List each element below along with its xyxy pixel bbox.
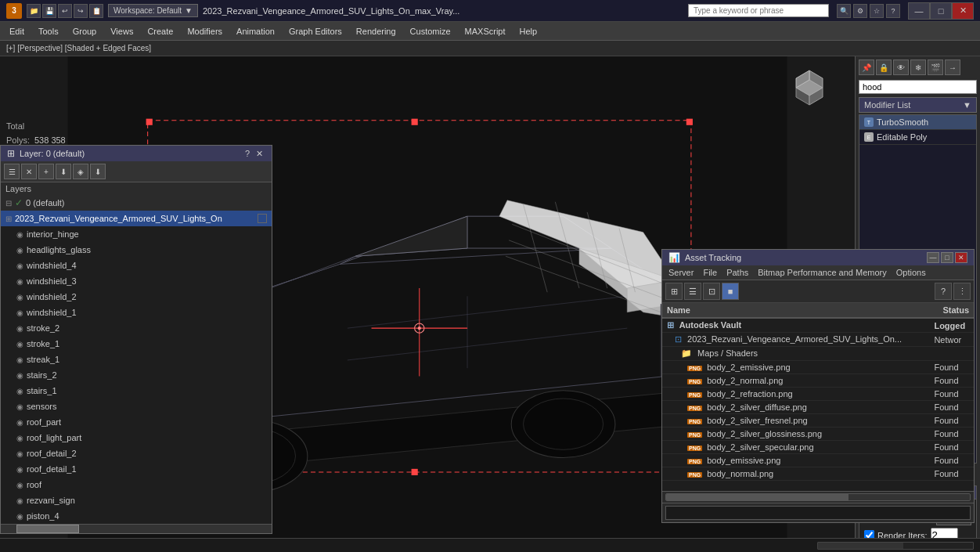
layer-item-interior-hinge[interactable]: ◉ interior_hinge bbox=[1, 226, 272, 242]
asset-panel-controls[interactable]: — □ ✕ bbox=[927, 252, 967, 263]
nav-icon-3[interactable]: ☆ bbox=[870, 4, 884, 18]
layer-item-windshield-3[interactable]: ◉ windshield_3 bbox=[1, 273, 272, 289]
render-icon[interactable]: 🎬 bbox=[928, 60, 943, 75]
asset-tb-more-btn[interactable]: ⋮ bbox=[953, 283, 971, 300]
layer-item-roof-light-part[interactable]: ◉ roof_light_part bbox=[1, 430, 272, 446]
asset-tb-list-icon[interactable]: ☰ bbox=[684, 283, 701, 300]
layer-horizontal-scrollbar[interactable] bbox=[1, 524, 272, 533]
asset-search-bar[interactable] bbox=[662, 503, 974, 522]
maximize-button[interactable]: □ bbox=[930, 2, 952, 20]
asset-row-body2-normal[interactable]: PNG body_2_normal.png Found bbox=[662, 374, 974, 388]
asset-menu-bitmap[interactable]: Bitmap Performance and Memory bbox=[758, 268, 886, 277]
layer-item-roof[interactable]: ◉ roof bbox=[1, 477, 272, 492]
asset-menu-options[interactable]: Options bbox=[896, 268, 926, 277]
asset-row-body2-silver-glossiness[interactable]: PNG body_2_silver_glossiness.png Found bbox=[662, 428, 974, 441]
window-controls[interactable]: — □ ✕ bbox=[908, 2, 974, 20]
copy-icon[interactable]: 📋 bbox=[89, 4, 103, 18]
modifier-list-header[interactable]: Modifier List ▼ bbox=[859, 97, 977, 113]
asset-toolbar[interactable]: ⊞ ☰ ⊡ ■ ? ⋮ bbox=[662, 280, 974, 303]
layer-item-sensors[interactable]: ◉ sensors bbox=[1, 399, 272, 414]
layer-highlight-icon[interactable]: ◈ bbox=[73, 164, 88, 179]
layer-item-stairs-1[interactable]: ◉ stairs_1 bbox=[1, 383, 272, 399]
layer-item-rezvani-sign[interactable]: ◉ rezvani_sign bbox=[1, 492, 272, 508]
layer-panel-titlebar[interactable]: ⊞ Layer: 0 (default) ? ✕ bbox=[1, 146, 272, 161]
layer-delete-icon[interactable]: ✕ bbox=[21, 164, 37, 179]
menu-views[interactable]: Views bbox=[104, 25, 139, 38]
motion-icon[interactable]: → bbox=[945, 60, 960, 75]
modifier-turbosmooth[interactable]: T TurboSmooth bbox=[859, 115, 976, 130]
menu-customize[interactable]: Customize bbox=[404, 25, 457, 38]
open-file-icon[interactable]: 📁 bbox=[27, 4, 41, 18]
asset-row-body2-silver-specular[interactable]: PNG body_2_silver_specular.png Found bbox=[662, 441, 974, 454]
asset-row-body-normal[interactable]: PNG body_normal.png Found bbox=[662, 467, 974, 481]
asset-row-maps-folder[interactable]: 📁 Maps / Shaders bbox=[662, 347, 974, 361]
menu-graph-editors[interactable]: Graph Editors bbox=[283, 25, 348, 38]
redo-icon[interactable]: ↪ bbox=[74, 4, 88, 18]
undo-icon[interactable]: ↩ bbox=[58, 4, 72, 18]
asset-row-body2-emissive[interactable]: PNG body_2_emissive.png Found bbox=[662, 361, 974, 374]
layer-item-headlights-glass[interactable]: ◉ headlights_glass bbox=[1, 242, 272, 258]
layer-item-main-file[interactable]: ⊞ 2023_Rezvani_Vengeance_Armored_SUV_Lig… bbox=[1, 211, 272, 226]
lock-icon[interactable]: 🔒 bbox=[876, 60, 892, 75]
menu-animation[interactable]: Animation bbox=[230, 25, 281, 38]
modifier-editable-poly[interactable]: E Editable Poly bbox=[859, 130, 976, 145]
asset-panel-maximize-btn[interactable]: □ bbox=[941, 252, 953, 263]
freeze-icon[interactable]: ❄ bbox=[910, 60, 926, 75]
layer-item-windshield-2[interactable]: ◉ windshield_2 bbox=[1, 289, 272, 305]
asset-list[interactable]: ⊞ Autodesk Vault Logged ⊡ 2023_Rezvani_V… bbox=[662, 319, 974, 491]
layer-item-streak-1[interactable]: ◉ streak_1 bbox=[1, 352, 272, 367]
asset-row-body-emissive[interactable]: PNG body_emissive.png Found bbox=[662, 454, 974, 467]
nav-icon-4[interactable]: ? bbox=[886, 4, 900, 18]
layer-add-icon[interactable]: + bbox=[38, 164, 54, 179]
layer-item-windshield-1[interactable]: ◉ windshield_1 bbox=[1, 305, 272, 320]
layer-item-stroke-1[interactable]: ◉ stroke_1 bbox=[1, 336, 272, 352]
menu-maxscript[interactable]: MAXScript bbox=[459, 25, 512, 38]
layer-list[interactable]: ⊟ ✓ 0 (default) ⊞ 2023_Rezvani_Vengeance… bbox=[1, 195, 272, 524]
asset-menu-bar[interactable]: Server File Paths Bitmap Performance and… bbox=[662, 265, 974, 280]
layer-scrollbar-thumb[interactable] bbox=[16, 525, 79, 533]
minimize-button[interactable]: — bbox=[908, 2, 930, 20]
asset-tb-grid-icon[interactable]: ⊞ bbox=[665, 283, 683, 300]
search-input[interactable] bbox=[688, 4, 829, 17]
layer-menu-icon[interactable]: ☰ bbox=[4, 164, 20, 179]
pin-icon[interactable]: 📌 bbox=[859, 60, 874, 75]
layer-panel-close-btn[interactable]: ✕ bbox=[254, 149, 265, 159]
modifier-panel-toolbar[interactable]: 📌 🔒 👁 ❄ 🎬 → bbox=[859, 60, 977, 75]
menu-create[interactable]: Create bbox=[141, 25, 179, 38]
object-name-input[interactable] bbox=[859, 80, 977, 94]
menu-help[interactable]: Help bbox=[513, 25, 544, 38]
nav-icon-1[interactable]: 🔍 bbox=[837, 4, 851, 18]
layer-move-obj-down-icon[interactable]: ⬇ bbox=[56, 164, 71, 179]
layer-panel-help-btn[interactable]: ? bbox=[243, 149, 252, 159]
display-icon[interactable]: 👁 bbox=[893, 60, 909, 75]
asset-search-input[interactable] bbox=[665, 506, 971, 520]
asset-row-main-file[interactable]: ⊡ 2023_Rezvani_Vengeance_Armored_SUV_Lig… bbox=[662, 333, 974, 347]
nav-icon-2[interactable]: ⚙ bbox=[853, 4, 867, 18]
title-toolbar-icons[interactable]: 📁 💾 ↩ ↪ 📋 bbox=[27, 4, 103, 18]
asset-tb-active-icon[interactable]: ■ bbox=[722, 283, 739, 300]
layer-move-down-icon[interactable]: ⬇ bbox=[90, 164, 106, 179]
layer-item-piston-4[interactable]: ◉ piston_4 bbox=[1, 508, 272, 524]
save-icon[interactable]: 💾 bbox=[42, 4, 56, 18]
asset-row-body2-silver-diffuse[interactable]: PNG body_2_silver_diffuse.png Found bbox=[662, 401, 974, 414]
layer-item-roof-detail-2[interactable]: ◉ roof_detail_2 bbox=[1, 446, 272, 461]
asset-tb-details-icon[interactable]: ⊡ bbox=[703, 283, 720, 300]
layer-toolbar[interactable]: ☰ ✕ + ⬇ ◈ ⬇ bbox=[1, 161, 272, 182]
menu-group[interactable]: Group bbox=[67, 25, 103, 38]
asset-menu-server[interactable]: Server bbox=[668, 268, 694, 277]
close-button[interactable]: ✕ bbox=[952, 2, 974, 20]
layer-item-windshield-4[interactable]: ◉ windshield_4 bbox=[1, 258, 272, 273]
asset-menu-file[interactable]: File bbox=[703, 268, 717, 277]
asset-row-body2-silver-fresnel[interactable]: PNG body_2_silver_fresnel.png Found bbox=[662, 414, 974, 428]
workspace-button[interactable]: Workspace: Default ▼ bbox=[108, 4, 198, 17]
layer-item-stairs-2[interactable]: ◉ stairs_2 bbox=[1, 367, 272, 383]
asset-panel-minimize-btn[interactable]: — bbox=[927, 252, 939, 263]
menu-rendering[interactable]: Rendering bbox=[350, 25, 402, 38]
layer-item-stroke-2[interactable]: ◉ stroke_2 bbox=[1, 320, 272, 336]
menu-tools[interactable]: Tools bbox=[32, 25, 65, 38]
asset-panel-titlebar[interactable]: 📊 Asset Tracking — □ ✕ bbox=[662, 250, 974, 265]
layer-panel-controls[interactable]: ? ✕ bbox=[243, 149, 265, 159]
layer-item-roof-part[interactable]: ◉ roof_part bbox=[1, 414, 272, 430]
asset-menu-paths[interactable]: Paths bbox=[726, 268, 748, 277]
layer-item-default[interactable]: ⊟ ✓ 0 (default) bbox=[1, 195, 272, 211]
